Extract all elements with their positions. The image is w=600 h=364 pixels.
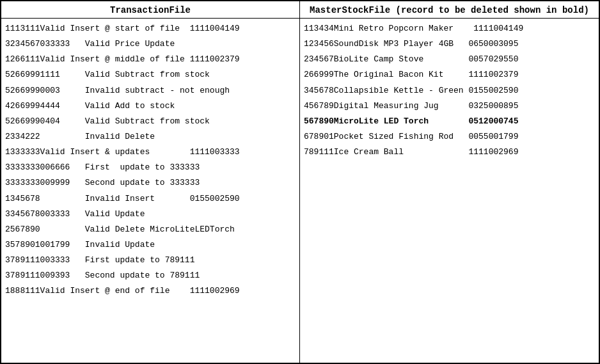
list-item: 1113111Valid Insert @ start of file 1111… <box>5 21 296 36</box>
list-item: 52669990003 Invalid subtract - not enoug… <box>5 83 296 99</box>
list-item: 1266111Valid Insert @ middle of file 111… <box>5 52 296 67</box>
list-item: 3333333006666 First update to 333333 <box>5 160 296 175</box>
list-item: 123456SoundDisk MP3 Player 4GB 065000309… <box>304 36 595 52</box>
list-item: 567890MicroLite LED Torch 0512000745 <box>304 114 595 129</box>
list-item: 3333333009999 Second update to 333333 <box>5 175 296 191</box>
list-item: 2567890 Valid Delete MicroLiteLEDTorch <box>5 222 296 237</box>
list-item: 42669994444 Valid Add to stock <box>5 99 296 114</box>
list-item: 234567BioLite Camp Stove 0057029550 <box>304 52 595 67</box>
list-item: 2334222 Invalid Delete <box>5 129 296 145</box>
left-column: TransactionFile 1113111Valid Insert @ st… <box>1 1 300 363</box>
list-item: 456789Digital Measuring Jug 0325000895 <box>304 99 595 114</box>
list-item: 1333333Valid Insert & updates 1111003333 <box>5 145 296 160</box>
left-body: 1113111Valid Insert @ start of file 1111… <box>1 19 299 302</box>
list-item: 3345678003333 Valid Update <box>5 207 296 222</box>
right-header: MasterStockFile (record to be deleted sh… <box>300 1 599 19</box>
list-item: 789111Ice Cream Ball 1111002969 <box>304 145 595 160</box>
list-item: 3789111003333 First update to 789111 <box>5 253 296 268</box>
list-item: 345678Collapsible Kettle - Green 0155002… <box>304 83 595 99</box>
left-header: TransactionFile <box>1 1 299 19</box>
list-item: 3234567033333 Valid Price Update <box>5 36 296 52</box>
list-item: 3789111009393 Second update to 789111 <box>5 268 296 283</box>
list-item: 266999The Original Bacon Kit 1111002379 <box>304 67 595 83</box>
list-item: 1888111Valid Insert @ end of file 111100… <box>5 283 296 299</box>
right-body: 113434Mini Retro Popcorn Maker 111100414… <box>300 19 599 162</box>
right-column: MasterStockFile (record to be deleted sh… <box>300 1 599 363</box>
main-table: TransactionFile 1113111Valid Insert @ st… <box>0 0 600 364</box>
list-item: 678901Pocket Sized Fishing Rod 005500179… <box>304 129 595 145</box>
list-item: 3578901001799 Invalid Update <box>5 237 296 253</box>
list-item: 52669991111 Valid Subtract from stock <box>5 67 296 83</box>
list-item: 52669990404 Valid Subtract from stock <box>5 114 296 129</box>
list-item: 1345678 Invalid Insert 0155002590 <box>5 191 296 207</box>
list-item: 113434Mini Retro Popcorn Maker 111100414… <box>304 21 595 36</box>
